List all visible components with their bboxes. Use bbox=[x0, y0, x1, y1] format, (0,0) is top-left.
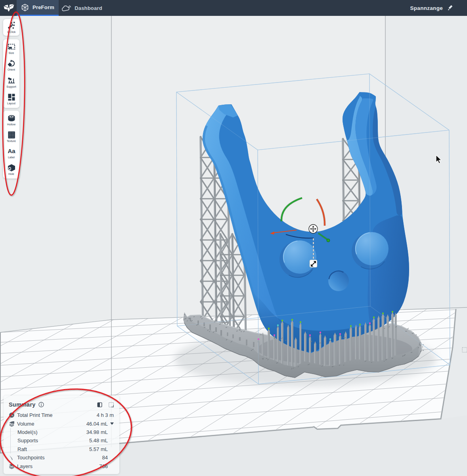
svg-text:Aa: Aa bbox=[8, 148, 15, 154]
